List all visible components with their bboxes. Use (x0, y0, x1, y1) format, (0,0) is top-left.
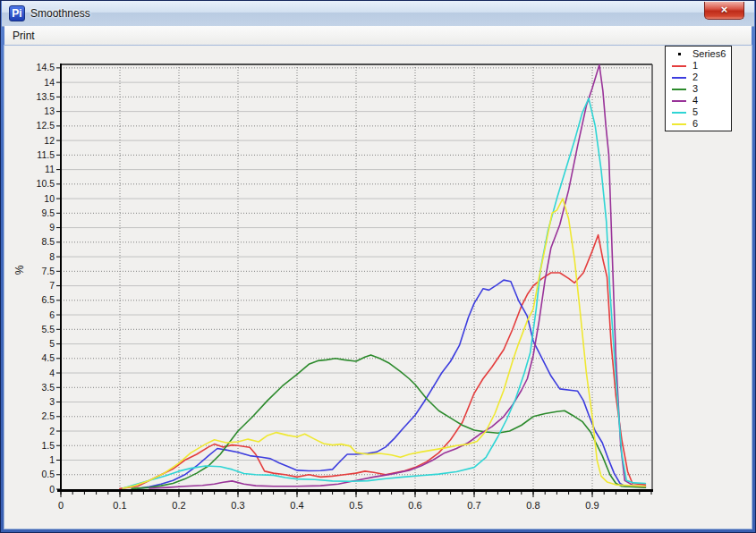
close-button[interactable]: × (704, 2, 744, 20)
series-line-2 (138, 280, 646, 488)
series-line-4 (149, 65, 645, 488)
chart-area: 00.511.522.533.544.555.566.577.588.599.5… (4, 46, 752, 529)
x-tick-label: 0 (58, 500, 64, 511)
y-tick-label: 11.5 (37, 149, 55, 160)
y-tick-label: 10.5 (37, 178, 55, 189)
y-tick-label: 14.5 (37, 62, 55, 72)
legend-line-marker (666, 89, 692, 90)
x-tick-label: 0.1 (113, 500, 126, 511)
y-tick-label: 13 (44, 106, 55, 116)
y-tick-label: 8 (49, 251, 55, 262)
y-tick-label: 7 (49, 280, 55, 291)
legend-line-marker (666, 112, 692, 114)
legend-line-marker (666, 77, 692, 79)
legend-label: Series6 (692, 48, 726, 60)
legend-swatch (672, 123, 686, 125)
y-tick-label: 9 (49, 222, 55, 233)
app-window: Pi Smoothness × Print 00.511.522.533.544… (0, 0, 756, 533)
legend-item-1: 1 (666, 60, 731, 72)
y-tick-label: 0.5 (41, 469, 55, 479)
legend-label: 6 (692, 118, 698, 130)
legend-label: 1 (692, 60, 698, 72)
series-line-1 (120, 235, 645, 489)
app-icon: Pi (9, 5, 25, 21)
y-tick-label: 2.5 (41, 410, 55, 421)
y-axis-label: % (13, 266, 26, 275)
y-tick-label: 5 (49, 338, 55, 349)
y-tick-label: 8.5 (41, 236, 55, 247)
legend-item-5: 5 (666, 106, 731, 118)
y-tick-label: 4 (49, 368, 55, 378)
chart-svg: 00.511.522.533.544.555.566.577.588.599.5… (4, 46, 753, 530)
y-tick-label: 0 (49, 484, 55, 495)
y-tick-label: 7.5 (41, 266, 55, 276)
y-tick-label: 3 (49, 396, 55, 407)
menu-item-print[interactable]: Print (4, 26, 43, 46)
title-bar[interactable]: Pi Smoothness (2, 1, 754, 27)
legend-swatch (672, 77, 686, 79)
legend-swatch (672, 100, 686, 102)
legend-item-2: 2 (666, 72, 731, 83)
y-tick-label: 3.5 (41, 382, 55, 393)
y-tick-label: 10 (44, 193, 55, 204)
y-tick-label: 1 (49, 454, 55, 465)
legend-dot-marker (666, 53, 692, 55)
x-tick-label: 0.5 (349, 500, 362, 511)
y-tick-label: 11 (45, 164, 55, 174)
x-tick-label: 0.8 (526, 500, 539, 511)
x-tick-label: 0.9 (585, 500, 599, 511)
window-title: Smoothness (30, 1, 90, 26)
y-tick-label: 6 (49, 309, 55, 320)
legend-swatch (672, 65, 686, 67)
y-tick-label: 5.5 (41, 324, 55, 334)
legend-item-4: 4 (666, 95, 731, 106)
legend-label: 3 (692, 83, 698, 95)
x-tick-label: 0.6 (408, 500, 421, 511)
legend-line-marker (666, 100, 692, 102)
legend-item-Series6: Series6 (666, 48, 731, 60)
x-tick-label: 0.2 (172, 500, 185, 511)
x-tick-label: 0.3 (231, 500, 244, 511)
y-tick-label: 12.5 (37, 120, 55, 131)
legend-label: 4 (692, 95, 698, 106)
y-tick-label: 2 (49, 426, 55, 436)
y-tick-label: 14 (44, 77, 55, 88)
menu-bar: Print (4, 26, 752, 46)
y-tick-label: 1.5 (41, 440, 55, 451)
legend-line-marker (666, 123, 692, 125)
series-line-5 (123, 98, 645, 488)
legend-swatch (672, 112, 686, 114)
legend-swatch (678, 53, 681, 55)
legend-item-6: 6 (666, 118, 731, 130)
y-tick-label: 9.5 (41, 207, 55, 218)
y-tick-label: 6.5 (41, 294, 55, 305)
y-tick-label: 13.5 (37, 91, 55, 102)
legend-line-marker (666, 65, 692, 67)
y-tick-label: 4.5 (41, 352, 55, 363)
legend-label: 2 (692, 72, 698, 83)
y-tick-label: 12 (44, 135, 55, 146)
x-tick-label: 0.7 (467, 500, 480, 511)
x-tick-label: 0.4 (290, 500, 303, 511)
chart-legend: Series6123456 (665, 46, 732, 131)
legend-label: 5 (692, 106, 698, 118)
legend-swatch (672, 89, 686, 90)
legend-item-3: 3 (666, 83, 731, 95)
series-line-3 (132, 355, 645, 489)
